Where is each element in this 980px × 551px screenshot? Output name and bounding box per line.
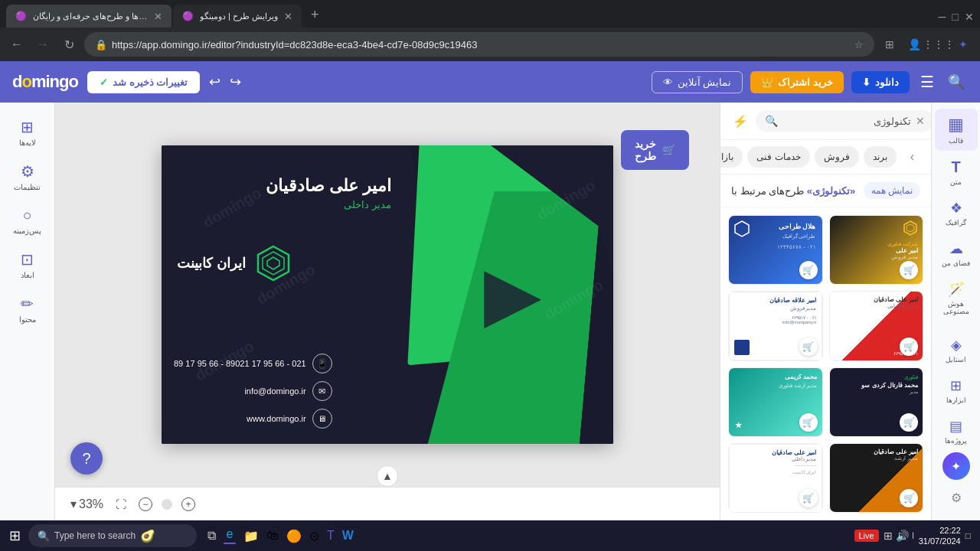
sidebar-item-my-space[interactable]: ☁ فضای من (935, 234, 978, 273)
settings-tool[interactable]: ⚙ تنظیمات (5, 156, 51, 197)
taskbar-app-edge[interactable]: e (220, 524, 239, 547)
zoom-dropdown-button[interactable]: ▾ 33% (67, 494, 106, 514)
search-input-wrapper[interactable]: 🔍 ✕ (756, 110, 931, 132)
ai-assistant-button[interactable]: ✦ (942, 452, 970, 480)
template-cart-button-1[interactable]: 🛒 (799, 261, 818, 279)
template-card-7[interactable]: امیر علی صادقیان مدیر داخلی ایران کابینت… (728, 443, 823, 513)
template-card-8[interactable]: امیر علی صادقیان مدیر ارشد فناوری 🛒 (829, 443, 924, 513)
template-card-6[interactable]: فناوری محمد قارتال کردی سو مدیر 🛒 (829, 367, 924, 437)
tab1-close[interactable]: ✕ (154, 11, 162, 22)
header-search-button[interactable]: 🔍 (945, 70, 968, 93)
canvas-wrapper[interactable]: ▶ امیر علی صادقیان مدیر داخلی (55, 103, 720, 487)
show-all-button[interactable]: نمایش همه (864, 182, 920, 199)
sidebar-item-text[interactable]: T متن (935, 152, 978, 192)
sidebar-item-style[interactable]: ◈ استایل (935, 331, 978, 370)
extensions-button[interactable]: ⊞ (879, 34, 900, 55)
taskbar-app-orange[interactable]: 🟠 (283, 526, 305, 546)
undo-button[interactable]: ↩ (209, 73, 220, 90)
taskbar-app-teams[interactable]: T (324, 526, 338, 546)
template-card-1[interactable]: هلال طراحی طراحی گرافیک ۰۲۱ - ۱۲۳۴۵۶۷۸ 🛒 (728, 215, 823, 285)
card-name: امیر علی صادقیان (177, 176, 391, 196)
notification-button[interactable]: □ (965, 530, 971, 541)
template-card-3[interactable]: امیر علاقه صادقیان مدیر فروش ۰۲۱ - ۶۶۹۵۱… (728, 291, 823, 360)
help-button[interactable]: ? (70, 442, 103, 474)
refresh-button[interactable]: ↻ (58, 34, 80, 55)
star-icon[interactable]: ☆ (854, 39, 864, 51)
sidebar-item-graphics[interactable]: ❖ گرافیک (935, 194, 978, 233)
save-button[interactable]: ✓ تغییرات ذخیره شد (87, 71, 200, 93)
taskbar-right: Live ⊞ 🔊 ا 22:22 31/07/2024 □ (854, 525, 978, 547)
card-phone: 021 - 66 95 17 89021 - 66 95 17 89 (174, 359, 306, 368)
zoom-out-button[interactable]: − (136, 494, 155, 514)
template-cart-button-7[interactable]: 🛒 (799, 489, 818, 507)
buy-subscription-button[interactable]: 👑 خرید اشتراک (750, 71, 844, 93)
forward-button[interactable]: → (32, 34, 54, 55)
back-button[interactable]: ← (6, 34, 28, 55)
content-tool[interactable]: ✏ محتوا (5, 289, 51, 330)
template-card-2[interactable]: شرکت فناوری امیر علی مدیر فروش 🛒 (829, 215, 924, 285)
profile-button[interactable]: 👤 (903, 34, 925, 55)
layers-tool[interactable]: ⊞ لایه‌ها (5, 112, 51, 153)
zoom-in-button[interactable]: + (178, 494, 198, 514)
sidebar-item-template[interactable]: ▦ قالب (935, 109, 978, 151)
template-cart-button-3[interactable]: 🛒 (799, 337, 818, 356)
copilot-button[interactable]: ✦ (952, 34, 974, 55)
more-button[interactable]: ⋮⋮⋮ (928, 34, 949, 55)
template-cart-button-8[interactable]: 🛒 (900, 489, 918, 507)
download-icon: ⬇ (862, 77, 871, 88)
collapse-panel-button[interactable]: ▲ (377, 465, 398, 487)
panel-settings-button[interactable]: ⚙ (945, 484, 968, 511)
address-bar[interactable]: 🔒 ☆ (84, 32, 874, 57)
taskbar-app-explorer[interactable]: 📁 (240, 526, 262, 546)
category-marketing[interactable]: بازاریابی (720, 146, 743, 168)
category-sales[interactable]: فروش (815, 146, 859, 168)
template-cart-button-6[interactable]: 🛒 (900, 413, 918, 432)
category-prev-button[interactable]: ‹ (901, 146, 923, 168)
svg-marker-5 (906, 224, 914, 232)
maximize-button[interactable]: □ (952, 11, 959, 23)
dimensions-tool[interactable]: ⊡ ابعاد (5, 244, 51, 285)
taskbar-app-task-view[interactable]: ⧉ (204, 526, 219, 546)
settings-label: تنظیمات (14, 183, 41, 191)
template-card-5[interactable]: محمد کریمی مدیر ارشد فناوری ★ 🛒 (728, 367, 823, 437)
browser-tab-1[interactable]: 🟣 قالب‌ها و طرح‌های حرفه‌ای و رایگان ✕ (6, 5, 172, 28)
address-input[interactable] (112, 39, 850, 51)
sidebar-item-projects[interactable]: ▤ پروژه‌ها (935, 412, 978, 451)
tab2-close[interactable]: ✕ (284, 11, 292, 22)
category-tech-services[interactable]: خدمات فنی (747, 146, 809, 168)
new-tab-button[interactable]: + (303, 4, 327, 26)
business-card[interactable]: ▶ امیر علی صادقیان مدیر داخلی (162, 145, 613, 444)
download-button[interactable]: ⬇ دانلود (851, 71, 910, 93)
taskbar-system-icons: ⊞ 🔊 ا (884, 530, 914, 542)
category-brand[interactable]: برند (864, 146, 897, 168)
template-search-input[interactable] (782, 116, 911, 127)
template-cart-button-4[interactable]: 🛒 (900, 337, 918, 356)
background-tool[interactable]: ○ پس‌زمینه (5, 201, 51, 241)
teams-icon: T (327, 529, 335, 543)
dimensions-icon: ⊡ (21, 250, 34, 269)
close-window-button[interactable]: ✕ (965, 11, 974, 23)
my-space-label: فضای من (942, 259, 970, 267)
layers-icon: ⊞ (21, 118, 34, 136)
taskbar-apps: ⧉ e 📁 🛍 🟠 ⊙ T W (198, 524, 853, 547)
buy-card-button[interactable]: 🛒 خرید طرح (621, 130, 689, 170)
header-menu-button[interactable]: ☰ (917, 70, 937, 94)
fit-to-screen-button[interactable]: ⛶ (113, 495, 129, 514)
sidebar-item-ai[interactable]: 🪄 هوش مصنوعی (935, 275, 978, 321)
template-card-4[interactable]: امیر علی صادقیان مدیر بازاریابی ۰۲۱ - ۶۶… (829, 291, 924, 360)
taskbar-app-word[interactable]: W (339, 526, 357, 546)
minimize-button[interactable]: ─ (939, 11, 946, 23)
template-cart-button-5[interactable]: 🛒 (799, 413, 818, 432)
filter-button[interactable]: ⚡ (730, 111, 751, 132)
taskbar-app-store[interactable]: 🛍 (263, 526, 282, 546)
taskbar-app-chrome[interactable]: ⊙ (306, 526, 322, 546)
taskbar-search-bar[interactable]: 🔍 Type here to search 🥑 (28, 524, 197, 547)
online-view-button[interactable]: 👁 نمایش آنلاین (652, 71, 743, 93)
redo-button[interactable]: ↪ (230, 73, 241, 90)
templates-grid: هلال طراحی طراحی گرافیک ۰۲۱ - ۱۲۳۴۵۶۷۸ 🛒 (720, 207, 931, 520)
browser-tab-2[interactable]: 🟣 ویرایش طرح | دومینگو ✕ (173, 5, 302, 28)
search-clear-button[interactable]: ✕ (916, 115, 925, 127)
section-header: نمایش همه «تکنولوژی» طرح‌های مرتبط با (720, 174, 931, 207)
start-button[interactable]: ⊞ (3, 524, 27, 547)
sidebar-item-tools[interactable]: ⊞ ابزارها (935, 371, 978, 410)
